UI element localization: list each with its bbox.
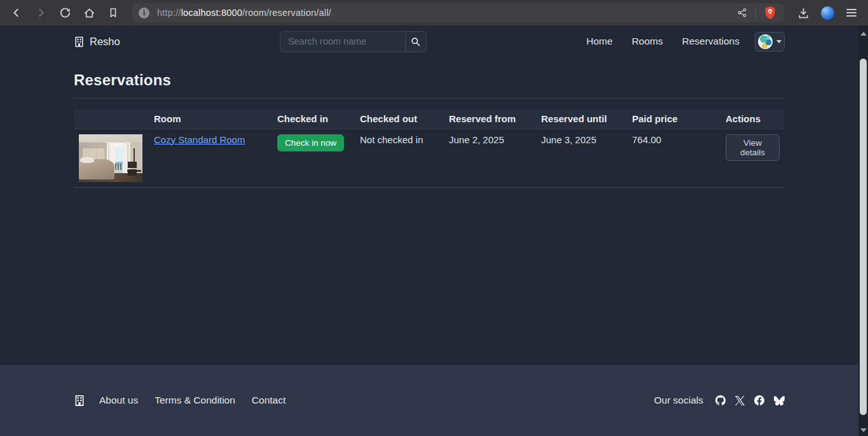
menu-icon[interactable] [843, 4, 860, 22]
room-thumbnail-image [79, 134, 142, 182]
user-menu-button[interactable] [755, 32, 785, 52]
back-icon[interactable] [8, 4, 25, 22]
brand-label: Resho [90, 36, 120, 48]
main-content: Reservations Room Checked in Checked out [0, 57, 858, 365]
browser-toolbar: i http://localhost:8000/room/reservation… [0, 0, 868, 25]
col-header-image [74, 109, 149, 129]
cell-reserved-until: June 3, 2025 [536, 129, 627, 187]
footer-socials: Our socials [654, 395, 785, 406]
chevron-down-icon [776, 40, 782, 43]
cell-room-name: Cozy Standard Room [149, 129, 272, 187]
search-form [280, 31, 427, 52]
search-button[interactable] [405, 31, 427, 52]
forward-icon[interactable] [32, 4, 50, 22]
address-bar[interactable]: i http://localhost:8000/room/reservation… [132, 3, 784, 22]
reservations-table: Room Checked in Checked out Reserved fro… [74, 109, 785, 188]
footer-building-icon [74, 395, 85, 406]
nav-link-rooms[interactable]: Rooms [631, 36, 663, 47]
cell-room-image [74, 129, 149, 187]
brand-link[interactable]: Resho [74, 36, 120, 48]
search-input[interactable] [280, 31, 405, 52]
scrollbar-up-arrow[interactable] [860, 32, 867, 36]
table-header-row: Room Checked in Checked out Reserved fro… [74, 109, 785, 129]
nav-links: Home Rooms Reservations [586, 36, 740, 47]
page-title: Reservations [74, 71, 785, 89]
scrollbar-down-arrow[interactable] [860, 428, 867, 432]
toolbar-separator [755, 8, 756, 18]
avatar [758, 34, 773, 49]
col-header-reserved-until: Reserved until [536, 109, 627, 129]
brave-shield-icon[interactable] [762, 5, 778, 20]
page-viewport: Resho Home Rooms [0, 25, 868, 436]
scrollbar[interactable] [858, 25, 868, 436]
footer-link-about-us[interactable]: About us [99, 395, 138, 406]
site-info-icon[interactable]: i [139, 8, 149, 18]
url-host: localhost:8000 [181, 8, 242, 18]
footer-logo-link[interactable] [74, 395, 85, 406]
footer-link-contact[interactable]: Contact [252, 395, 286, 406]
cell-checked-out: Not checked in [355, 129, 444, 187]
col-header-checked-in: Checked in [272, 109, 355, 129]
home-icon[interactable] [80, 4, 98, 22]
view-details-button[interactable]: View details [726, 134, 780, 161]
brand-building-icon [74, 36, 85, 47]
reload-icon[interactable] [56, 4, 74, 22]
nav-link-home[interactable]: Home [586, 36, 612, 47]
download-icon[interactable] [794, 4, 812, 22]
url-path: /room/reservation/all/ [242, 8, 331, 18]
cell-actions: View details [720, 129, 785, 187]
table-row: Cozy Standard Room Check in now Not chec… [74, 129, 785, 187]
scrollbar-thumb[interactable] [860, 59, 867, 415]
url-scheme: http:// [157, 8, 181, 18]
site-navbar: Resho Home Rooms [0, 25, 858, 57]
footer-link-terms[interactable]: Terms & Condition [155, 395, 235, 406]
cell-reserved-from: June 2, 2025 [444, 129, 536, 187]
extension-globe-icon[interactable] [818, 4, 836, 22]
cell-checked-in: Check in now [272, 129, 355, 187]
col-header-room: Room [149, 109, 272, 129]
facebook-icon[interactable] [754, 395, 764, 405]
share-icon[interactable] [735, 6, 749, 20]
site-footer: About us Terms & Condition Contact Our s… [0, 365, 858, 436]
nav-link-reservations[interactable]: Reservations [682, 36, 740, 47]
bluesky-icon[interactable] [774, 396, 785, 405]
col-header-reserved-from: Reserved from [444, 109, 536, 129]
search-icon [411, 37, 420, 46]
col-header-actions: Actions [720, 109, 785, 129]
footer-links: About us Terms & Condition Contact [99, 395, 286, 406]
bookmark-icon[interactable] [104, 4, 122, 22]
check-in-now-button[interactable]: Check in now [277, 134, 344, 151]
cell-paid-price: 764.00 [627, 129, 720, 187]
col-header-checked-out: Checked out [355, 109, 444, 129]
divider [74, 98, 785, 99]
github-icon[interactable] [715, 395, 726, 405]
url-text: http://localhost:8000/room/reservation/a… [157, 8, 727, 18]
socials-label: Our socials [654, 395, 703, 406]
room-name-link[interactable]: Cozy Standard Room [154, 134, 245, 145]
x-twitter-icon[interactable] [735, 396, 745, 405]
col-header-paid-price: Paid price [627, 109, 720, 129]
